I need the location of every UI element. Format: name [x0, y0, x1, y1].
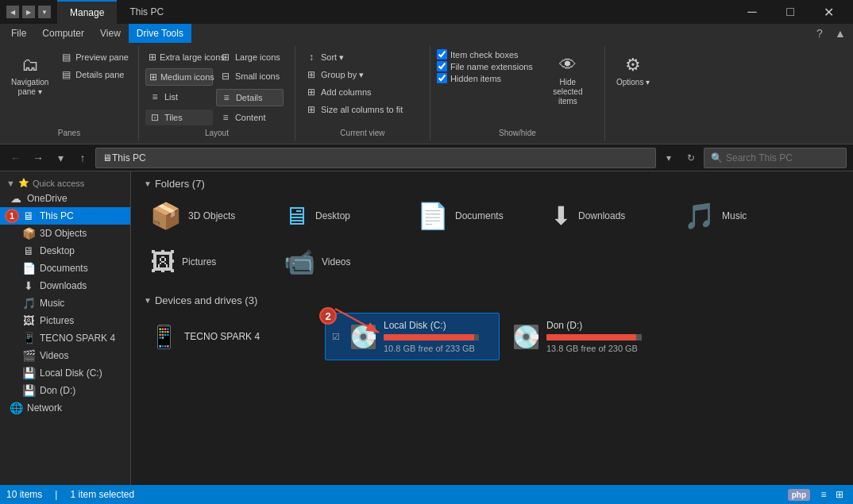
folder-pictures[interactable]: 🖼 Pictures [144, 242, 271, 282]
small-icon: ⊟ [219, 70, 232, 83]
options-button[interactable]: ⚙ Options ▾ [612, 49, 654, 90]
device-tecno[interactable]: 📱 TECNO SPARK 4 [144, 313, 318, 360]
pane-buttons: ▤ Preview pane ▤ Details pane [56, 49, 132, 83]
forward-button[interactable]: → [29, 148, 48, 167]
small-icons-button[interactable]: ⊟ Small icons [216, 68, 284, 84]
file-name-ext-checkbox[interactable] [437, 61, 447, 71]
folders-section-header[interactable]: ▼ Folders (7) [144, 178, 840, 190]
hidden-items-toggle[interactable]: Hidden items [437, 73, 533, 83]
group-by-button[interactable]: ⊞ Group by ▾ [302, 67, 367, 83]
list-button[interactable]: ≡ List [145, 89, 213, 105]
tiles-button[interactable]: ⊡ Tiles [145, 110, 213, 125]
maximize-button[interactable]: □ [772, 0, 809, 24]
preview-pane-button[interactable]: ▤ Preview pane [56, 49, 132, 65]
extra-large-icons-button[interactable]: ⊞ Extra large icons [145, 49, 213, 65]
minimize-button[interactable]: ─ [734, 0, 770, 24]
up-button[interactable]: ↑ [73, 148, 92, 167]
sidebar-section-quick-access[interactable]: ▼ ⭐ Quick access [0, 175, 130, 190]
large-icons-button[interactable]: ⊞ Large icons [216, 49, 284, 65]
current-view-content: ↕ Sort ▾ ⊞ Group by ▾ ⊞ Add columns ⊞ Si… [302, 49, 406, 125]
ribbon-collapse-button[interactable]: ▲ [831, 24, 850, 43]
back-button[interactable]: ← [6, 148, 25, 167]
help-button[interactable]: ? [810, 24, 829, 43]
php-badge: php [788, 489, 810, 501]
device-d-icon: 💽 [512, 324, 540, 350]
devices-section-header[interactable]: ▼ Devices and drives (3) [144, 294, 840, 306]
sort-by-button[interactable]: ↕ Sort ▾ [302, 49, 347, 65]
medium-icons-button[interactable]: ⊞ Medium icons [145, 68, 213, 86]
device-local-disk[interactable]: 2 ☑ 💽 Local Disk (C:) [325, 313, 500, 360]
large-icons-label: Large icons [235, 52, 280, 62]
folder-pictures-icon: 🖼 [150, 248, 176, 277]
item-check-boxes-toggle[interactable]: Item check boxes [437, 49, 533, 60]
folder-videos[interactable]: 📹 Videos [277, 242, 404, 282]
folder-documents[interactable]: 📄 Documents [411, 196, 538, 236]
search-box[interactable]: 🔍 [704, 148, 847, 168]
navigation-pane-button[interactable]: 🗂 Navigationpane ▾ [6, 49, 53, 100]
tab-manage[interactable]: Manage [57, 0, 117, 24]
hidden-items-checkbox[interactable] [437, 73, 447, 83]
sidebar-item-desktop[interactable]: 🖥 Desktop [0, 242, 130, 260]
device-c-info: Local Disk (C:) 10.8 GB free of 233 GB [384, 320, 492, 353]
refresh-button[interactable]: ▾ [659, 148, 678, 167]
sidebar-item-videos[interactable]: 🎬 Videos [0, 347, 130, 364]
folder-desktop[interactable]: 🖥 Desktop [277, 196, 404, 236]
sidebar-item-network[interactable]: 🌐 Network [0, 399, 130, 417]
hidden-items-label: Hidden items [450, 74, 501, 83]
sidebar-item-onedrive[interactable]: ☁ OneDrive [0, 190, 130, 207]
sidebar-item-this-pc[interactable]: 1 🖥 This PC [0, 207, 130, 225]
menu-view[interactable]: View [92, 24, 129, 43]
sidebar-item-pictures[interactable]: 🖼 Pictures [0, 312, 130, 329]
menu-drive-tools[interactable]: Drive Tools [129, 24, 191, 43]
recent-button[interactable]: ▾ [51, 148, 70, 167]
list-icon: ≡ [149, 90, 161, 103]
sidebar-item-3d-objects[interactable]: 📦 3D Objects [0, 225, 130, 242]
folder-3d-icon: 📦 [150, 201, 182, 231]
sidebar-item-downloads[interactable]: ⬇ Downloads [0, 277, 130, 294]
folder-downloads[interactable]: ⬇ Downloads [544, 196, 671, 236]
item-check-boxes-checkbox[interactable] [437, 49, 447, 60]
hide-selected-label: Hide selecteditems [544, 78, 592, 106]
size-all-columns-button[interactable]: ⊞ Size all columns to fit [302, 102, 406, 117]
file-name-extensions-toggle[interactable]: File name extensions [437, 61, 533, 71]
size-columns-icon: ⊞ [305, 103, 318, 116]
folder-music[interactable]: 🎵 Music [677, 196, 805, 236]
device-d-free: 13.8 GB free of 230 GB [546, 344, 674, 353]
folder-3d-objects[interactable]: 📦 3D Objects [144, 196, 271, 236]
menu-computer[interactable]: Computer [34, 24, 92, 43]
this-pc-icon: 🖥 [22, 210, 35, 222]
documents-icon: 📄 [22, 262, 35, 275]
view-list-icon[interactable]: ≡ [816, 487, 831, 502]
sidebar-item-local-disk[interactable]: 💾 Local Disk (C:) [0, 364, 130, 382]
options-content: ⚙ Options ▾ [612, 49, 654, 134]
details-pane-button[interactable]: ▤ Details pane [56, 67, 132, 83]
address-refresh-button[interactable]: ↻ [681, 148, 701, 167]
search-input[interactable] [726, 152, 845, 164]
ribbon: 🗂 Navigationpane ▾ ▤ Preview pane ▤ Deta… [0, 43, 853, 144]
window-controls: ─ □ ✕ [734, 0, 847, 24]
menu-file[interactable]: File [3, 24, 34, 43]
view-grid-icon[interactable]: ⊞ [832, 487, 847, 502]
address-path[interactable]: 🖥 This PC [95, 148, 656, 168]
ribbon-group-layout: ⊞ Extra large icons ⊞ Large icons ⊞ Medi… [139, 46, 295, 140]
path-icon: 🖥 [102, 152, 112, 164]
hide-selected-icon: 👁 [555, 52, 581, 78]
ribbon-layout-content: ⊞ Extra large icons ⊞ Large icons ⊞ Medi… [145, 49, 288, 125]
sidebar-item-don[interactable]: 💾 Don (D:) [0, 382, 130, 399]
address-bar: ← → ▾ ↑ 🖥 This PC ▾ ↻ 🔍 [0, 144, 853, 171]
content-button[interactable]: ≡ Content [216, 110, 284, 125]
sidebar-item-documents[interactable]: 📄 Documents [0, 260, 130, 277]
status-bar: 10 items | 1 item selected php ≡ ⊞ [0, 485, 853, 504]
large-icon: ⊞ [219, 51, 232, 63]
hide-selected-items-button[interactable]: 👁 Hide selecteditems [539, 49, 596, 110]
tab-this-pc[interactable]: This PC [117, 0, 176, 24]
close-button[interactable]: ✕ [810, 0, 847, 24]
sidebar-item-music[interactable]: 🎵 Music [0, 294, 130, 312]
content-icon: ≡ [219, 111, 232, 124]
add-columns-button[interactable]: ⊞ Add columns [302, 84, 375, 100]
sidebar: ▼ ⭐ Quick access ☁ OneDrive 1 🖥 This PC … [0, 171, 131, 485]
device-don[interactable]: 💽 Don (D:) 13.8 GB free of 230 GB [506, 313, 681, 360]
device-c-progress [384, 334, 479, 340]
details-button[interactable]: ≡ Details [216, 89, 284, 106]
sidebar-item-tecno[interactable]: 📱 TECNO SPARK 4 [0, 329, 130, 347]
